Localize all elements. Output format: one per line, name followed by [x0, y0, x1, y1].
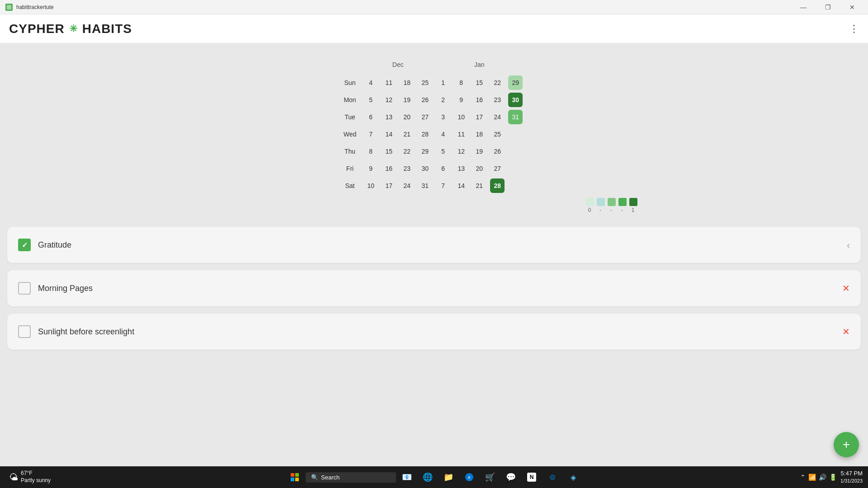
calendar-day[interactable]: 4 [434, 126, 452, 143]
calendar-day[interactable]: 27 [416, 108, 434, 126]
taskbar-icon-mail[interactable]: 📧 [397, 467, 417, 487]
calendar-day[interactable]: 30 [416, 160, 434, 177]
calendar-day[interactable]: 24 [488, 108, 506, 126]
taskbar-icon-store[interactable]: 🛒 [480, 467, 500, 487]
calendar-day[interactable]: 3 [434, 108, 452, 126]
calendar-day[interactable]: 28 [488, 177, 506, 194]
calendar-day[interactable]: 21 [398, 126, 416, 143]
calendar-day[interactable]: 6 [362, 108, 380, 126]
row-day-label: Thu [344, 143, 362, 160]
row-day-label: Sun [344, 74, 362, 91]
calendar-day[interactable]: 25 [488, 126, 506, 143]
taskbar-icon-teams[interactable]: 💬 [501, 467, 521, 487]
calendar-day[interactable]: 9 [452, 91, 470, 108]
calendar-day[interactable]: 15 [380, 143, 398, 160]
calendar-day[interactable]: 8 [452, 74, 470, 91]
habit-checkbox[interactable] [18, 239, 31, 251]
calendar-day[interactable]: 28 [416, 126, 434, 143]
calendar-day[interactable]: 30 [506, 91, 524, 108]
calendar-day[interactable]: 11 [452, 126, 470, 143]
taskbar-icon-flutter[interactable]: ◈ [563, 467, 583, 487]
calendar-day[interactable]: 20 [470, 160, 488, 177]
start-button[interactable] [285, 467, 305, 487]
calendar-day[interactable]: 12 [380, 91, 398, 108]
calendar-day[interactable]: 13 [380, 108, 398, 126]
svg-rect-3 [295, 473, 299, 477]
calendar-day[interactable]: 19 [398, 91, 416, 108]
calendar-day[interactable]: 15 [470, 74, 488, 91]
habit-delete-button[interactable]: ✕ [842, 326, 850, 337]
tray-chevron[interactable]: ⌃ [800, 474, 806, 481]
calendar-day[interactable]: 22 [488, 74, 506, 91]
legend-label: 1 [629, 207, 637, 213]
search-icon: 🔍 [311, 474, 318, 481]
calendar-day[interactable]: 24 [398, 177, 416, 194]
calendar-day[interactable]: 26 [416, 91, 434, 108]
calendar-day[interactable]: 5 [362, 91, 380, 108]
calendar-day[interactable]: 19 [470, 143, 488, 160]
calendar-day[interactable]: 6 [434, 160, 452, 177]
calendar-day[interactable]: 18 [398, 74, 416, 91]
calendar-day[interactable]: 5 [434, 143, 452, 160]
add-habit-fab[interactable]: + [834, 432, 859, 457]
calendar-day[interactable]: 23 [488, 91, 506, 108]
tray-volume[interactable]: 🔊 [819, 474, 826, 481]
taskbar-icon-browser[interactable]: 🌐 [418, 467, 438, 487]
calendar-day[interactable]: 20 [398, 108, 416, 126]
calendar-day[interactable]: 22 [398, 143, 416, 160]
calendar-day[interactable]: 2 [434, 91, 452, 108]
search-button[interactable]: 🔍 Search [306, 472, 396, 483]
tray-battery[interactable]: 🔋 [829, 474, 837, 481]
weather-text: 67°F Partly sunny [21, 470, 51, 484]
system-tray-icons: ⌃ 📶 🔊 🔋 [800, 474, 837, 481]
svg-rect-2 [291, 473, 294, 477]
calendar-day[interactable]: 14 [380, 126, 398, 143]
taskbar-center: 🔍 Search 📧 🌐 📁 e 🛒 💬 N ⚙ ◈ [285, 467, 583, 487]
calendar-day[interactable]: 7 [434, 177, 452, 194]
calendar-day[interactable]: 29 [506, 74, 524, 91]
calendar-day[interactable]: 1 [434, 74, 452, 91]
taskbar-icon-edge[interactable]: e [459, 467, 479, 487]
habit-delete-button[interactable]: ✕ [842, 283, 850, 294]
calendar-day[interactable]: 8 [362, 143, 380, 160]
row-label-header [344, 57, 362, 74]
title-bar: habittrackertute — ❐ ✕ [0, 0, 868, 14]
calendar-day[interactable]: 7 [362, 126, 380, 143]
calendar-day[interactable]: 16 [470, 91, 488, 108]
close-button[interactable]: ✕ [842, 0, 863, 14]
calendar-day[interactable]: 31 [416, 177, 434, 194]
calendar-day[interactable]: 4 [362, 74, 380, 91]
calendar-day[interactable]: 23 [398, 160, 416, 177]
calendar-day[interactable]: 11 [380, 74, 398, 91]
calendar-day[interactable]: 31 [506, 108, 524, 126]
habit-checkbox[interactable] [18, 282, 31, 295]
calendar-day[interactable]: 10 [362, 177, 380, 194]
calendar-day[interactable]: 17 [470, 108, 488, 126]
calendar-day[interactable]: 26 [488, 143, 506, 160]
calendar-day[interactable]: 12 [452, 143, 470, 160]
maximize-button[interactable]: ❐ [817, 0, 838, 14]
weather-widget[interactable]: 🌤 67°F Partly sunny [5, 468, 54, 486]
tray-wifi[interactable]: 📶 [808, 474, 816, 481]
calendar-day[interactable]: 16 [380, 160, 398, 177]
calendar-day[interactable]: 9 [362, 160, 380, 177]
window-title: habittrackertute [16, 4, 54, 10]
calendar-day[interactable]: 14 [452, 177, 470, 194]
taskbar-left: 🌤 67°F Partly sunny [5, 468, 54, 486]
taskbar-icon-vscode[interactable]: ⚙ [542, 467, 562, 487]
minimize-button[interactable]: — [793, 0, 814, 14]
taskbar-icon-notion[interactable]: N [522, 467, 542, 487]
calendar-day[interactable]: 25 [416, 74, 434, 91]
calendar-day[interactable]: 29 [416, 143, 434, 160]
habit-checkbox[interactable] [18, 325, 31, 338]
calendar-day[interactable]: 21 [470, 177, 488, 194]
calendar-day[interactable]: 10 [452, 108, 470, 126]
habit-back-button[interactable]: ‹ [847, 240, 850, 250]
header-menu-button[interactable]: ⋮ [849, 23, 859, 35]
calendar-day[interactable]: 27 [488, 160, 506, 177]
taskbar-icon-explorer[interactable]: 📁 [439, 467, 458, 487]
calendar-day[interactable]: 17 [380, 177, 398, 194]
system-clock[interactable]: 5:47 PM 1/31/2023 [840, 469, 863, 485]
calendar-day[interactable]: 18 [470, 126, 488, 143]
calendar-day[interactable]: 13 [452, 160, 470, 177]
